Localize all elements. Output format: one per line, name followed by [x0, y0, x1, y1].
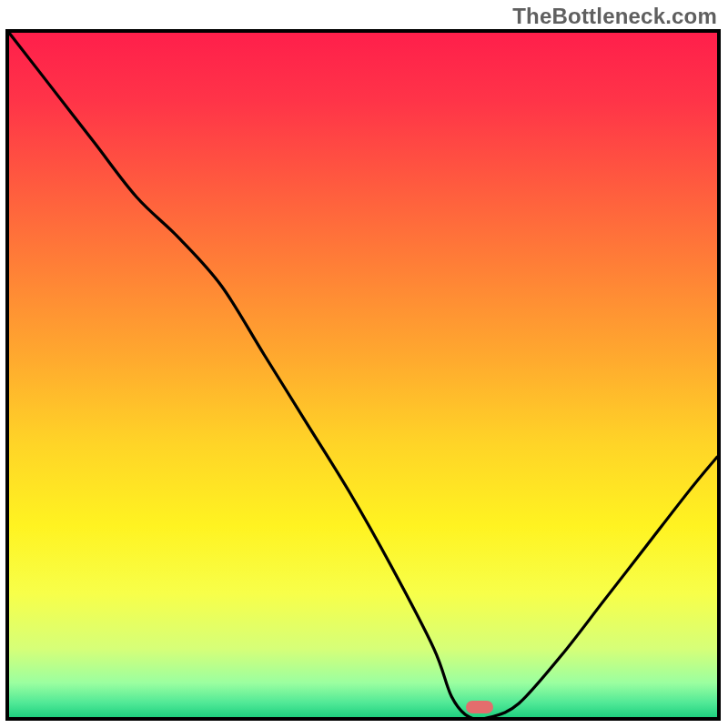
watermark-text: TheBottleneck.com: [512, 4, 717, 29]
optimal-marker: [466, 701, 493, 713]
chart-area: [9, 33, 717, 717]
bottleneck-curve: [9, 33, 717, 717]
chart-frame: [5, 29, 721, 721]
